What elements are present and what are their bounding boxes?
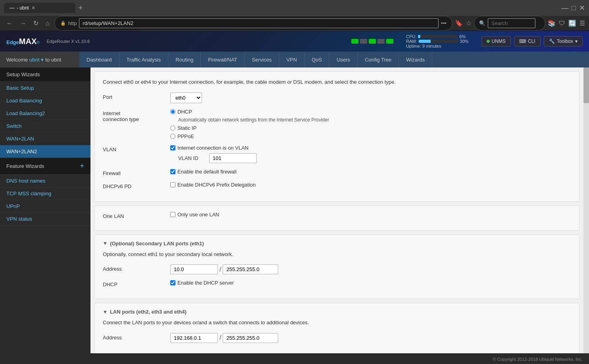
unms-button[interactable]: UNMS <box>481 36 511 46</box>
sidebar-item-load-balancing2[interactable]: Load Balancing2 <box>0 107 90 120</box>
address-bar[interactable]: 🔒 http ••• <box>54 16 452 31</box>
tab-config-tree[interactable]: Config Tree <box>358 52 399 67</box>
connection-type-row: Internetconnection type DHCP Automatical… <box>103 109 571 139</box>
refresh-button[interactable]: ↻ <box>31 18 41 29</box>
sidebar-item-wan2lan[interactable]: WAN+2LAN <box>0 133 90 145</box>
shield-icon[interactable]: 🛡 <box>559 20 565 27</box>
logo-max: MAX <box>19 37 37 46</box>
pppoe-radio-label[interactable]: PPPoE <box>170 133 329 139</box>
tab-users[interactable]: Users <box>329 52 358 67</box>
library-icon[interactable]: 📚 <box>548 19 556 27</box>
address-separator: / <box>219 266 221 273</box>
dropdown-arrow: ▾ <box>41 57 44 63</box>
toolbar-icons: 📚 🛡 🔄 ☰ <box>548 19 585 27</box>
secondary-lan-description: Optionally, connect eth1 to your seconda… <box>103 250 571 258</box>
tab-firewall-nat[interactable]: Firewall/NAT <box>201 52 244 67</box>
home-button[interactable]: ⌂ <box>43 18 52 29</box>
one-lan-checkbox[interactable] <box>170 212 175 217</box>
scrollbar-track[interactable] <box>583 67 589 353</box>
sync-icon[interactable]: 🔄 <box>568 19 576 27</box>
vlan-id-input[interactable] <box>209 153 257 163</box>
tab-close-button[interactable]: ✕ <box>31 5 35 11</box>
forward-button[interactable]: → <box>17 18 29 29</box>
firewall-checkbox[interactable] <box>170 169 175 174</box>
secondary-lan-section: ▼ (Optional) Secondary LAN ports (eth1) … <box>94 235 579 299</box>
secondary-lan-arrow: ▼ <box>103 241 108 246</box>
firewall-checkbox-text: Enable the default firewall <box>177 169 237 175</box>
address-input[interactable] <box>170 264 218 274</box>
lan-address-label: Address <box>103 333 166 341</box>
lan-address-input[interactable] <box>170 333 218 343</box>
ram-value: 30% <box>460 39 469 44</box>
ram-label: RAM: <box>406 39 417 44</box>
back-button[interactable]: ← <box>4 18 15 29</box>
vlan-checkbox-label[interactable]: Internet connection is on VLAN <box>170 145 257 151</box>
toolbox-button[interactable]: 🔧 Toolbox ▾ <box>544 36 583 46</box>
sidebar-item-upnp[interactable]: UPnP <box>0 200 90 213</box>
sidebar-item-vpn-status[interactable]: VPN status <box>0 213 90 225</box>
dhcpv6-row: DHCPv6 PD Enable DHCPv6 Prefix Delegatio… <box>103 182 571 189</box>
one-lan-checkbox-label[interactable]: Only use one LAN <box>170 212 219 218</box>
tab-favicon: — <box>10 5 14 11</box>
feature-wizards-expand[interactable]: + <box>80 162 84 170</box>
cpu-bar-fill <box>418 35 420 38</box>
tab-dashboard[interactable]: Dashboard <box>79 52 119 67</box>
header-actions: UNMS ⌨ CLI 🔧 Toolbox ▾ <box>481 36 583 46</box>
sidebar-item-switch[interactable]: Switch <box>0 120 90 133</box>
minimize-button[interactable]: — <box>561 4 568 12</box>
scrollbar-thumb[interactable] <box>583 67 589 103</box>
port-select[interactable]: eth0 eth1 eth2 eth3 eth4 <box>170 92 202 103</box>
pppoe-radio[interactable] <box>170 134 175 139</box>
dhcp-server-checkbox[interactable] <box>170 280 175 285</box>
dhcp-radio[interactable] <box>170 109 175 114</box>
sidebar-item-basic-setup[interactable]: Basic Setup <box>0 82 90 94</box>
username[interactable]: ubnt <box>29 57 39 63</box>
sidebar-item-load-balancing[interactable]: Load Balancing <box>0 94 90 107</box>
one-lan-section: One LAN Only use one LAN <box>94 206 579 231</box>
cli-button[interactable]: ⌨ CLI <box>514 36 541 46</box>
star-icon[interactable]: ☆ <box>466 19 472 27</box>
tab-routing[interactable]: Routing <box>168 52 201 67</box>
tab-qos[interactable]: QoS <box>304 52 329 67</box>
sidebar-item-wan2lan2[interactable]: WAN+2LAN2 <box>0 145 90 158</box>
lan-ports-header[interactable]: ▼ LAN ports (eth2, eth3 and eth4) <box>103 309 571 315</box>
tab-wizards[interactable]: Wizards <box>399 52 432 67</box>
setup-wizards-header: Setup Wizards <box>0 67 90 82</box>
dhcp-radio-label[interactable]: DHCP <box>170 109 329 115</box>
maximize-button[interactable]: □ <box>572 4 576 12</box>
main-description-section: Connect eth0 or eth4 to your Internet co… <box>94 71 579 202</box>
static-ip-radio[interactable] <box>170 125 175 131</box>
sidebar-item-dns[interactable]: DNS host names <box>0 175 90 187</box>
url-input[interactable] <box>79 18 439 28</box>
menu-dots[interactable]: ••• <box>441 20 447 26</box>
window-close-button[interactable]: ✕ <box>579 4 585 12</box>
unms-status-dot <box>487 40 490 43</box>
tab-vpn[interactable]: VPN <box>279 52 304 67</box>
logo-edge: Edge <box>6 39 19 45</box>
extensions-icon[interactable]: ☰ <box>579 19 585 27</box>
firewall-checkbox-label[interactable]: Enable the default firewall <box>170 169 237 175</box>
sidebar-item-tcp-mss[interactable]: TCP MSS clamping <box>0 187 90 200</box>
mask-input[interactable] <box>223 264 278 274</box>
search-input[interactable] <box>488 18 535 28</box>
bookmark-icon[interactable]: 🔖 <box>455 19 463 27</box>
tab-services[interactable]: Services <box>245 52 279 67</box>
dhcp-server-checkbox-label[interactable]: Enable the DHCP server <box>170 280 234 286</box>
vlan-control: Internet connection is on VLAN VLAN ID <box>170 145 257 163</box>
tab-traffic-analysis[interactable]: Traffic Analysis <box>119 52 169 67</box>
uptime-info: Uptime: 9 minutes <box>406 44 469 48</box>
new-tab-button[interactable]: + <box>79 4 83 12</box>
secondary-lan-header[interactable]: ▼ (Optional) Secondary LAN ports (eth1) <box>103 241 571 247</box>
active-tab[interactable]: — - ubnt ✕ <box>4 3 75 13</box>
vlan-label: VLAN <box>103 145 166 152</box>
vlan-checkbox[interactable] <box>170 145 175 150</box>
static-ip-radio-label[interactable]: Static IP <box>170 125 329 131</box>
copyright-text: © Copyright 2012-2018 Ubiquiti Networks,… <box>493 357 583 362</box>
search-bar-container[interactable]: 🔍 <box>474 16 545 31</box>
port-control: eth0 eth1 eth2 eth3 eth4 <box>170 92 202 103</box>
dhcpv6-checkbox[interactable] <box>170 182 175 187</box>
feature-wizards-header[interactable]: Feature Wizards + <box>0 158 90 175</box>
dhcpv6-checkbox-label[interactable]: Enable DHCPv6 Prefix Delegation <box>170 182 256 188</box>
port-indicators <box>351 39 393 44</box>
lan-mask-input[interactable] <box>223 333 278 343</box>
